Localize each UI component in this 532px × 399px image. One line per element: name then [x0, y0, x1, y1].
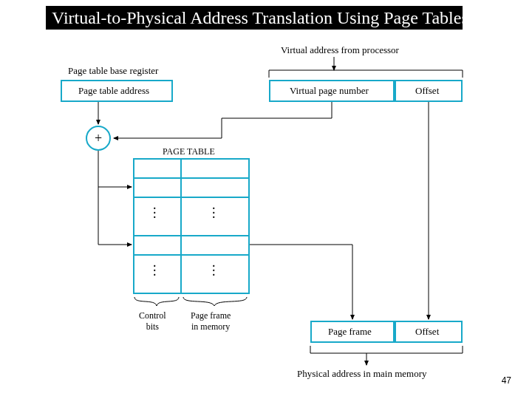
diagram-connectors	[0, 0, 532, 399]
page-number: 47	[502, 375, 511, 386]
